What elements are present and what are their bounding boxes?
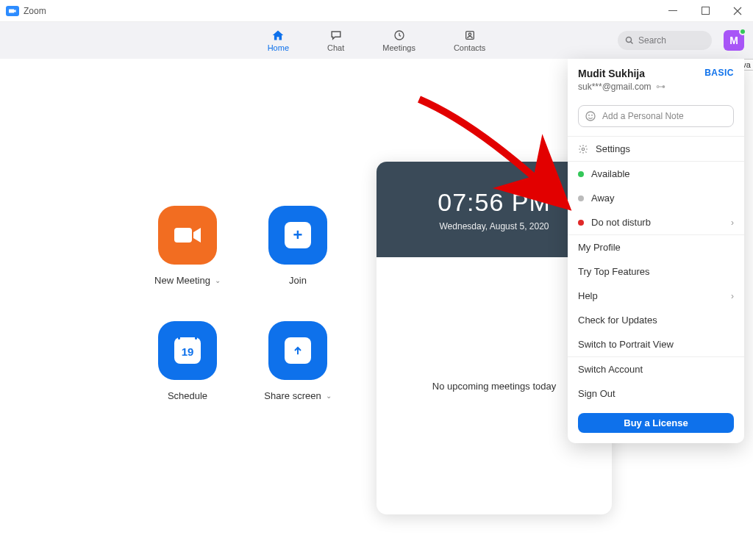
calendar-icon: 19 — [174, 337, 201, 364]
share-screen-tile[interactable]: Share screen⌄ — [243, 321, 353, 401]
home-icon — [271, 29, 285, 42]
sign-out-item[interactable]: Sign Out — [568, 381, 744, 406]
status-available[interactable]: Available — [568, 162, 744, 186]
window-controls — [663, 1, 747, 21]
svg-point-8 — [589, 115, 590, 115]
contacts-icon — [464, 29, 476, 42]
check-updates-item[interactable]: Check for Updates — [568, 308, 744, 332]
tile-label: Share screen — [264, 390, 321, 401]
top-features-item[interactable]: Try Top Features — [568, 259, 744, 284]
svg-point-4 — [468, 33, 471, 35]
action-tiles: New Meeting⌄ + Join 19 Schedule — [132, 206, 353, 401]
row-label: My Profile — [578, 242, 621, 253]
current-time: 07:56 PM — [438, 188, 551, 217]
status-away[interactable]: Away — [568, 186, 744, 210]
tile-label: New Meeting — [154, 275, 210, 286]
gear-icon — [578, 144, 588, 154]
nav-label: Contacts — [454, 43, 485, 52]
presence-dot-icon — [739, 28, 746, 35]
row-label: Do not disturb — [591, 217, 651, 228]
row-label: Switch Account — [578, 364, 643, 375]
top-nav: Home Chat Meetings Contacts Search M — [0, 22, 753, 59]
chevron-down-icon: ⌄ — [215, 276, 221, 284]
row-label: Settings — [596, 143, 630, 154]
reveal-icon[interactable]: ⊶ — [656, 81, 665, 92]
row-label: Away — [591, 193, 615, 204]
svg-point-9 — [592, 115, 593, 115]
schedule-tile[interactable]: 19 Schedule — [132, 321, 243, 401]
nav-chat[interactable]: Chat — [327, 29, 344, 52]
row-label: Help — [578, 290, 598, 301]
row-label: Sign Out — [578, 388, 615, 399]
tile-label: Schedule — [168, 390, 207, 401]
new-meeting-tile[interactable]: New Meeting⌄ — [132, 206, 243, 286]
personal-note-input[interactable]: Add a Personal Note — [578, 105, 734, 127]
status-dot-icon — [578, 195, 584, 201]
status-dot-icon — [578, 220, 584, 226]
row-label: Try Top Features — [578, 266, 650, 277]
portrait-view-item[interactable]: Switch to Portrait View — [568, 332, 744, 356]
buy-license-button[interactable]: Buy a License — [578, 413, 734, 433]
profile-avatar[interactable]: M — [724, 30, 744, 51]
nav-home[interactable]: Home — [268, 29, 289, 52]
my-profile-item[interactable]: My Profile — [568, 235, 744, 259]
nav-meetings[interactable]: Meetings — [382, 29, 415, 52]
status-dot-icon — [578, 171, 584, 177]
join-tile[interactable]: + Join — [243, 206, 353, 286]
nav-label: Chat — [327, 43, 344, 52]
row-label: Available — [591, 168, 630, 179]
row-label: Switch to Portrait View — [578, 339, 674, 350]
video-icon — [158, 206, 217, 265]
search-placeholder: Search — [638, 35, 666, 46]
maximize-button[interactable] — [696, 1, 715, 21]
chevron-right-icon: › — [731, 218, 734, 228]
window-title: Zoom — [24, 6, 46, 16]
close-button[interactable] — [728, 1, 747, 21]
svg-rect-6 — [174, 228, 192, 243]
svg-point-7 — [586, 112, 595, 121]
titlebar: Zoom — [0, 0, 753, 22]
nav-contacts[interactable]: Contacts — [454, 29, 485, 52]
plus-icon: + — [285, 222, 311, 248]
svg-point-10 — [582, 148, 585, 151]
svg-rect-1 — [702, 7, 709, 15]
chevron-right-icon: › — [731, 291, 734, 301]
nav-label: Meetings — [382, 43, 415, 52]
tile-label: Join — [289, 275, 307, 286]
chat-icon — [329, 29, 343, 42]
plan-badge: BASIC — [704, 68, 734, 78]
search-input[interactable]: Search — [618, 31, 712, 50]
status-dnd[interactable]: Do not disturb › — [568, 210, 744, 234]
avatar-letter: M — [729, 35, 738, 46]
clock-icon — [393, 29, 405, 42]
profile-dropdown: Mudit Sukhija BASIC suk***@gmail.com ⊶ A… — [568, 59, 744, 443]
note-placeholder: Add a Personal Note — [602, 111, 684, 121]
profile-email: suk***@gmail.com ⊶ — [578, 81, 734, 92]
minimize-button[interactable] — [663, 1, 682, 21]
help-item[interactable]: Help › — [568, 284, 744, 308]
main-area: New Meeting⌄ + Join 19 Schedule — [0, 59, 753, 560]
arrow-up-icon — [285, 337, 311, 364]
svg-rect-0 — [668, 10, 677, 11]
search-icon — [625, 36, 634, 45]
zoom-logo-icon — [6, 6, 19, 16]
switch-account-item[interactable]: Switch Account — [568, 357, 744, 381]
smile-icon — [585, 110, 596, 122]
row-label: Check for Updates — [578, 315, 657, 326]
svg-point-5 — [627, 37, 632, 43]
chevron-down-icon: ⌄ — [326, 392, 332, 400]
nav-label: Home — [268, 43, 289, 52]
current-date: Wednesday, August 5, 2020 — [440, 221, 549, 231]
settings-item[interactable]: Settings — [568, 137, 744, 161]
